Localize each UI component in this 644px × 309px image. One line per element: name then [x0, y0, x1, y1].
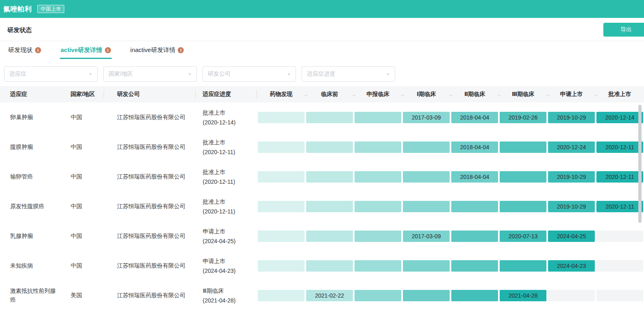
stage-segment	[355, 112, 401, 123]
pipeline: 2018-04-042019-10-292020-12-11	[257, 171, 644, 183]
stage-segment: 2020-12-11	[596, 141, 643, 153]
stage-cell: 2017-03-09	[402, 112, 450, 123]
info-icon[interactable]: i	[35, 47, 41, 53]
table-row: 卵巢肿瘤 中国 江苏恒瑞医药股份有限公司 批准上市 (2020-12-14) 2…	[0, 102, 644, 132]
stage-cell	[305, 171, 354, 183]
stage-cell	[547, 290, 596, 301]
indication-cell: 腹膜肿瘤	[0, 143, 66, 152]
stage-cell	[257, 231, 305, 242]
stage-segment: 2018-04-04	[451, 112, 498, 123]
stage-segment	[306, 201, 353, 212]
tab-0[interactable]: 研发现状 i	[7, 41, 42, 59]
table-row: 原发性腹膜癌 中国 江苏恒瑞医药股份有限公司 批准上市 (2020-12-11)…	[0, 191, 644, 221]
stage-column-header: 申报临床 →	[354, 86, 402, 102]
stage-cell: 2020-12-11	[596, 171, 644, 183]
stage-segment	[355, 201, 401, 212]
stage-cell	[450, 201, 499, 212]
stage-cell	[354, 260, 402, 272]
tab-1[interactable]: active研发详情 i	[60, 41, 112, 59]
stage-cell	[450, 290, 499, 301]
stage-cell	[596, 260, 644, 272]
panel-title: 研发状态	[7, 26, 32, 34]
tab-bar: 研发现状 i active研发详情 i inactive研发详情 i	[7, 41, 185, 60]
stage-segment	[355, 231, 401, 242]
filter-select-2[interactable]: 研发公司 ∨	[202, 66, 296, 82]
stage-segment	[306, 260, 353, 272]
stage-segment	[306, 231, 353, 242]
country-cell: 中国	[66, 143, 104, 152]
stage-segment	[306, 141, 353, 153]
stage-segment: 2024-04-23	[548, 260, 595, 272]
stage-segment: 2021-04-28	[500, 290, 546, 301]
stage-cell: 2024-04-23	[547, 260, 596, 272]
stage-segment: 2020-12-14	[596, 112, 643, 123]
chevron-down-icon: ∨	[188, 72, 191, 76]
company-cell: 江苏恒瑞医药股份有限公司	[104, 202, 196, 211]
table-row: 乳腺肿瘤 中国 江苏恒瑞医药股份有限公司 申请上市 (2024-04-25) 2…	[0, 221, 644, 251]
table-header: 适应症 国家/地区 研发公司 适应症进度 药物发现 → 临床前 → 申报临床 →…	[0, 86, 644, 102]
country-cell: 美国	[66, 291, 104, 300]
stage-segment	[500, 201, 546, 212]
stage-segment-empty	[596, 290, 643, 301]
filter-bar: 适应症 ∨ 国家/地区 ∨ 研发公司 ∨ 适应症进度 ∨	[4, 66, 395, 82]
table-body: 卵巢肿瘤 中国 江苏恒瑞医药股份有限公司 批准上市 (2020-12-14) 2…	[0, 102, 644, 309]
stage-cell	[305, 141, 354, 153]
stage-segment: 2021-02-22	[306, 290, 353, 301]
stage-cell	[257, 141, 305, 153]
stage-segment: 2019-02-26	[500, 112, 546, 123]
tab-2[interactable]: inactive研发详情 i	[130, 41, 185, 59]
stage-segment	[258, 201, 305, 212]
stage-segment: 2017-03-09	[403, 112, 450, 123]
chevron-down-icon: ∨	[89, 72, 92, 76]
stage-segment: 2019-10-29	[548, 201, 595, 212]
filter-select-0[interactable]: 适应症 ∨	[4, 66, 98, 82]
info-icon[interactable]: i	[178, 47, 184, 53]
stage-cell	[257, 171, 305, 183]
stage-segment	[403, 141, 450, 153]
stage-cell	[450, 231, 499, 242]
stage-cell: 2019-10-29	[547, 112, 596, 123]
progress-cell: 申请上市 (2024-04-25)	[196, 226, 257, 246]
drug-name: 氟唑帕利	[3, 4, 32, 14]
vertical-scrollbar-thumb[interactable]	[638, 105, 642, 223]
stage-cell	[402, 141, 450, 153]
stage-segment: 2018-04-04	[451, 171, 498, 183]
stage-cell: 2018-04-04	[450, 171, 499, 183]
progress-cell: 批准上市 (2020-12-11)	[196, 167, 257, 187]
stage-segment	[403, 260, 450, 272]
stage-cell	[596, 231, 644, 242]
stage-cell	[257, 112, 305, 123]
stage-segment	[500, 141, 546, 153]
column-header-progress: 适应症进度	[196, 86, 257, 102]
indication-cell: 原发性腹膜癌	[0, 202, 66, 211]
stage-column-headers: 药物发现 → 临床前 → 申报临床 → Ⅰ期临床 → Ⅱ期临床 → Ⅲ期临床 →…	[257, 86, 644, 102]
stage-cell: 2020-12-11	[596, 201, 644, 212]
stage-column-header: 申请上市 →	[547, 86, 596, 102]
stage-cell: 2019-02-26	[499, 112, 547, 123]
stage-cell	[499, 201, 547, 212]
info-icon[interactable]: i	[105, 47, 111, 53]
stage-segment	[258, 231, 305, 242]
export-button[interactable]: 导出	[603, 23, 644, 37]
company-cell: 江苏恒瑞医药股份有限公司	[104, 261, 196, 270]
stage-segment-empty	[596, 260, 643, 272]
market-status-badge: 中国上市	[37, 5, 64, 13]
stage-cell: 2020-07-13	[499, 231, 547, 242]
stage-segment	[258, 260, 305, 272]
stage-cell: 2021-04-28	[499, 290, 547, 301]
filter-select-1[interactable]: 国家/地区 ∨	[103, 66, 197, 82]
progress-cell: 批准上市 (2020-12-11)	[196, 137, 257, 157]
stage-segment: 2020-12-11	[596, 171, 643, 183]
stage-segment	[258, 171, 305, 183]
stage-cell: 2018-04-04	[450, 112, 499, 123]
stage-cell	[499, 171, 547, 183]
company-cell: 江苏恒瑞医药股份有限公司	[104, 291, 196, 300]
filter-select-3[interactable]: 适应症进度 ∨	[302, 66, 395, 82]
stage-segment	[355, 141, 401, 153]
indication-cell: 未知疾病	[0, 261, 66, 270]
stage-segment: 2020-07-13	[500, 231, 546, 242]
stage-cell	[402, 171, 450, 183]
stage-cell	[257, 201, 305, 212]
stage-cell: 2019-10-29	[547, 171, 596, 183]
indication-cell: 卵巢肿瘤	[0, 113, 66, 122]
